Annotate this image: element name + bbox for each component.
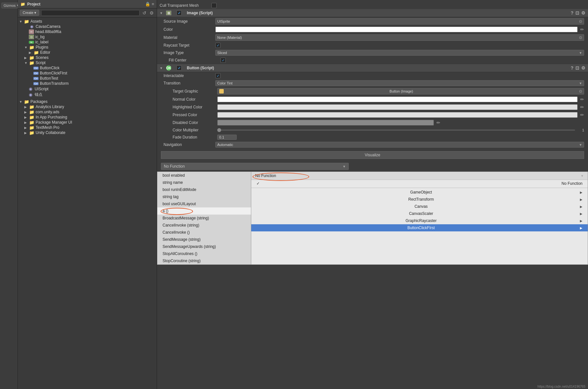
- disabled-color-edit[interactable]: ✏: [436, 120, 440, 125]
- highlighted-color-edit[interactable]: ✏: [580, 105, 584, 110]
- transition-dropdown[interactable]: Color Tint ▼: [215, 80, 584, 86]
- menu-stop-all[interactable]: StopAllCoroutines (): [157, 250, 251, 257]
- menu-bool-run[interactable]: bool runInEditMode: [157, 186, 251, 193]
- tree-pkg-manager[interactable]: ▶ 📁 Package Manager UI: [18, 120, 157, 125]
- tree-ic-bg[interactable]: ▨ ic_bg: [18, 34, 157, 39]
- refresh-icon[interactable]: ↺: [141, 10, 147, 16]
- menu-bool-gui[interactable]: bool useGUILayout: [157, 200, 251, 207]
- menu-bool-enabled[interactable]: bool enabled: [157, 172, 251, 179]
- button-script-enabled[interactable]: [176, 65, 182, 71]
- right-gameobject[interactable]: GameObject ▶: [251, 189, 588, 196]
- right-no-function[interactable]: ✓ No Function: [251, 180, 588, 187]
- pressed-color-swatch[interactable]: [217, 112, 578, 118]
- cull-transparent-row: Cull Transparent Mesh: [157, 2, 588, 9]
- assets-root[interactable]: ▼ 📁 Assets: [18, 19, 157, 24]
- cavas-camera-icon: ◉: [29, 24, 35, 29]
- tree-plugins[interactable]: ▼ 📁 Plugins: [18, 45, 157, 50]
- right-graphicraycaster[interactable]: GraphicRaycaster ▶: [251, 217, 588, 224]
- transition-arrow: ▼: [579, 82, 582, 85]
- menu-a-func[interactable]: a (): [157, 207, 251, 215]
- tree-analytics[interactable]: ▶ 📁 Analytics Library: [18, 104, 157, 109]
- image-collapse-arrow[interactable]: ▼: [160, 11, 164, 15]
- button-help-icon[interactable]: ?: [571, 65, 573, 71]
- menu-stop-coroutine[interactable]: StopCoroutine (string): [157, 257, 251, 264]
- tree-unity-collab[interactable]: ▶ 📁 Unity Collaborate: [18, 130, 157, 135]
- navigation-dropdown[interactable]: Automatic ▼: [215, 142, 584, 148]
- menu-cancel-invoke[interactable]: CancelInvoke (): [157, 229, 251, 236]
- highlighted-color-swatch[interactable]: [217, 104, 578, 110]
- disabled-color-swatch[interactable]: [217, 120, 434, 126]
- right-recttransform[interactable]: RectTransform ▶: [251, 196, 588, 203]
- raycast-target-label: Raycast Target: [164, 43, 215, 48]
- tree-cavas-camera[interactable]: ◉ CavasCamera: [18, 24, 157, 29]
- menu-cancel-invoke-str[interactable]: CancelInvoke (string): [157, 222, 251, 229]
- lock-icon[interactable]: 🔒: [145, 2, 150, 6]
- menu-string-name[interactable]: string name: [157, 179, 251, 186]
- source-image-refresh[interactable]: ⊙: [579, 19, 582, 24]
- material-refresh[interactable]: ⊙: [579, 35, 582, 40]
- cull-transparent-checkbox[interactable]: [211, 3, 217, 8]
- tree-uiscript[interactable]: ◉ UIScript: [18, 86, 157, 92]
- fill-center-row: Fill Center: [157, 57, 588, 64]
- color-swatch[interactable]: [215, 27, 578, 32]
- interactable-checkbox[interactable]: [215, 73, 220, 78]
- settings-icon[interactable]: ⚙: [149, 10, 155, 16]
- tree-buttonclick[interactable]: C# ButtonClick: [18, 65, 157, 71]
- menu-send-message[interactable]: SendMessage (string): [157, 236, 251, 243]
- pkg-manager-label: Package Manager UI: [36, 120, 72, 125]
- create-button[interactable]: Create ▾: [20, 10, 39, 16]
- tree-editor[interactable]: ▶ 📁 Editor: [18, 50, 157, 55]
- right-buttonclickfirst[interactable]: ButtonClickFIrst ▶: [251, 224, 588, 231]
- color-edit-icon[interactable]: ✏: [580, 27, 584, 32]
- pressed-color-edit[interactable]: ✏: [580, 112, 584, 117]
- tree-ic-label[interactable]: ic ic_label: [18, 39, 157, 45]
- tree-in-app[interactable]: ▶ 📁 In App Purchasing: [18, 115, 157, 120]
- raycast-target-checkbox[interactable]: [215, 43, 220, 48]
- ic-bg-label: ic_bg: [35, 35, 45, 39]
- image-expand-icon[interactable]: ⊡: [575, 10, 579, 16]
- gizmos-bar: Gizmos ▼: [0, 0, 18, 389]
- target-graphic-label: Target Graphic: [169, 89, 217, 94]
- search-input[interactable]: [41, 10, 140, 16]
- tree-script[interactable]: ▼ 📁 Script: [18, 60, 157, 65]
- image-type-dropdown[interactable]: Sliced ▼: [215, 50, 584, 56]
- image-help-icon[interactable]: ?: [571, 10, 573, 16]
- tree-head-file[interactable]: H head.88ba9f6a: [18, 29, 157, 34]
- slider-thumb: [217, 128, 221, 132]
- tree-textmesh[interactable]: ▶ 📁 TextMesh Pro: [18, 125, 157, 130]
- menu-broadcast[interactable]: BroadcastMessage (string): [157, 215, 251, 222]
- fade-duration-input[interactable]: [217, 135, 237, 140]
- menu-string-tag[interactable]: string tag: [157, 193, 251, 200]
- tree-scenes[interactable]: ▶ 📁 Scenes: [18, 55, 157, 60]
- button-collapse-arrow[interactable]: ▼: [160, 66, 164, 70]
- tree-com-unity-ads[interactable]: ▶ 📁 com.unity.ads: [18, 109, 157, 115]
- material-field[interactable]: None (Material) ⊙: [215, 34, 584, 41]
- right-canvas[interactable]: Canvas ▶: [251, 203, 588, 210]
- color-multiplier-slider[interactable]: [217, 129, 575, 131]
- image-script-enabled[interactable]: [176, 10, 182, 16]
- menu-send-message-up[interactable]: SendMessageUpwards (string): [157, 243, 251, 250]
- buttontest-label: ButtonTest: [40, 76, 58, 81]
- button-script-header: ▼ OK Button (Script) ? ⊡ ⚙: [157, 64, 588, 72]
- tree-buttontransform[interactable]: C# ButtonTransform: [18, 81, 157, 86]
- fill-center-checkbox[interactable]: [220, 58, 226, 63]
- highlighted-color-row: Highlighted Color ✏: [157, 103, 588, 111]
- target-graphic-refresh[interactable]: ⊙: [579, 89, 582, 94]
- normal-color-edit[interactable]: ✏: [580, 97, 584, 102]
- packages-root[interactable]: ▼ 📁 Packages: [18, 99, 157, 104]
- normal-color-swatch[interactable]: [217, 96, 578, 102]
- target-graphic-field[interactable]: Button (Image) ⊙: [217, 88, 584, 94]
- source-image-field[interactable]: UISprite ⊙: [215, 18, 584, 25]
- image-settings-icon[interactable]: ⚙: [581, 10, 585, 16]
- button-expand-icon[interactable]: ⊡: [575, 65, 579, 71]
- tree-anchor[interactable]: ◉ 锚点: [18, 92, 157, 98]
- right-canvasscaler[interactable]: CanvasScaler ▶: [251, 210, 588, 217]
- tree-buttontest[interactable]: C# ButtonTest: [18, 76, 157, 81]
- pkg-manager-icon: 📁: [29, 120, 35, 125]
- visualize-button[interactable]: Visualize: [161, 151, 584, 159]
- no-function-dropdown[interactable]: No Function ▼: [161, 163, 349, 170]
- tree-buttonclickfirst[interactable]: C# ButtonClickFIrst: [18, 71, 157, 76]
- menu-icon[interactable]: ≡: [152, 2, 154, 6]
- right-no-function-label: No Function: [561, 181, 582, 186]
- button-settings-icon[interactable]: ⚙: [581, 65, 585, 71]
